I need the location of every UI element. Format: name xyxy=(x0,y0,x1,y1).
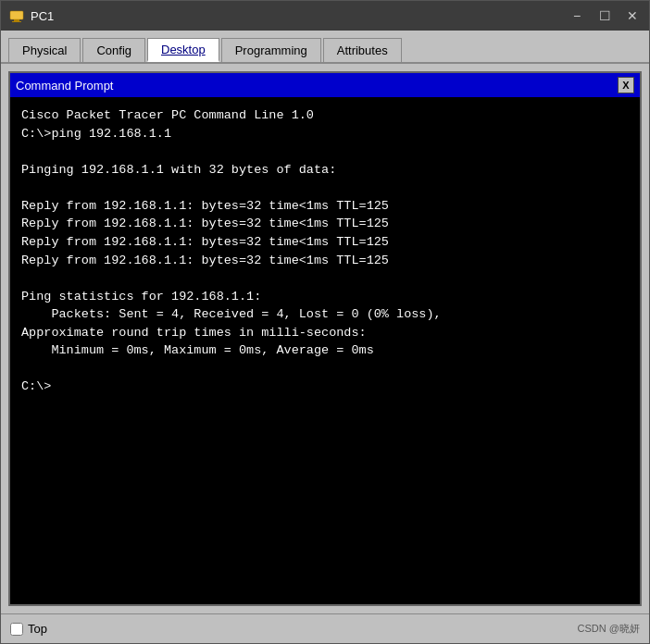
svg-rect-0 xyxy=(10,11,23,19)
window-controls: − ☐ ✕ xyxy=(568,6,642,25)
top-checkbox-wrapper: Top xyxy=(10,622,47,636)
svg-rect-1 xyxy=(14,19,19,21)
close-button[interactable]: ✕ xyxy=(623,6,642,25)
cmd-output: Cisco Packet Tracer PC Command Line 1.0 … xyxy=(21,106,629,396)
watermark: CSDN @晓妍 xyxy=(578,622,640,636)
tab-config[interactable]: Config xyxy=(82,38,145,62)
svg-rect-2 xyxy=(12,21,21,22)
cmd-title-bar: Command Prompt X xyxy=(10,73,640,97)
maximize-button[interactable]: ☐ xyxy=(595,6,614,25)
tab-physical[interactable]: Physical xyxy=(8,38,81,62)
top-checkbox-label: Top xyxy=(28,622,47,636)
main-window: PC1 − ☐ ✕ Physical Config Desktop Progra… xyxy=(0,0,650,644)
bottom-bar: Top CSDN @晓妍 xyxy=(1,613,649,643)
window-title: PC1 xyxy=(31,9,568,23)
content-area: Command Prompt X Cisco Packet Tracer PC … xyxy=(1,64,649,613)
tab-bar: Physical Config Desktop Programming Attr… xyxy=(1,31,649,64)
tab-attributes[interactable]: Attributes xyxy=(323,38,402,62)
cmd-window: Command Prompt X Cisco Packet Tracer PC … xyxy=(8,71,642,606)
cmd-body[interactable]: Cisco Packet Tracer PC Command Line 1.0 … xyxy=(10,97,640,604)
tab-desktop[interactable]: Desktop xyxy=(147,38,219,62)
cmd-close-button[interactable]: X xyxy=(618,77,634,93)
app-icon xyxy=(8,7,25,24)
tab-programming[interactable]: Programming xyxy=(221,38,321,62)
top-checkbox[interactable] xyxy=(10,623,23,636)
minimize-button[interactable]: − xyxy=(568,6,586,25)
cmd-title: Command Prompt xyxy=(16,79,618,93)
title-bar: PC1 − ☐ ✕ xyxy=(1,1,649,31)
